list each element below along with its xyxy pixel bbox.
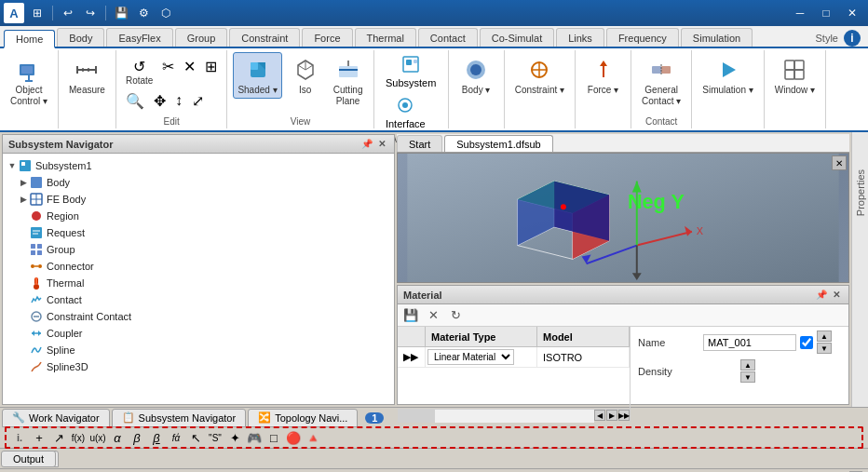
object-control-button[interactable]: ObjectControl ▾ (6, 52, 52, 110)
scroll-right-arrow[interactable]: ▶ (606, 410, 617, 421)
toolbar-beta2-button[interactable]: β (147, 429, 166, 446)
material-refresh-button[interactable]: ↻ (446, 306, 465, 325)
tree-item-coupler[interactable]: Coupler (5, 325, 392, 342)
density-up-arrow[interactable]: ▲ (740, 359, 755, 371)
tree-item-fe-body[interactable]: ▶ FE Body (5, 191, 392, 208)
toolbar-alpha-button[interactable]: α (108, 429, 127, 446)
toolbar-fx-button[interactable]: f(x) (69, 429, 88, 446)
toolbar-square-button[interactable]: □ (264, 429, 283, 446)
tab-home[interactable]: Home (4, 30, 55, 48)
undo-icon[interactable]: ↩ (59, 4, 77, 22)
name-input[interactable] (703, 334, 796, 351)
toolbar-s-button[interactable]: "S" (206, 429, 224, 446)
ribbon-group-assembly: Subsystem Interface Assembly (374, 50, 449, 128)
name-checkbox[interactable] (800, 336, 813, 349)
shaded-button[interactable]: Shaded ▾ (233, 52, 281, 99)
tree-item-constraint-contact[interactable]: Constraint Contact (5, 308, 392, 325)
subsystem-button[interactable]: Subsystem (383, 52, 439, 91)
navigator-close-icon[interactable]: ✕ (375, 138, 388, 151)
tab-cosimulat[interactable]: Co-Simulat (480, 28, 554, 47)
help-icon[interactable]: i (844, 30, 861, 47)
viewport-close-button[interactable]: ✕ (832, 155, 847, 170)
hex-icon[interactable]: ⬡ (156, 4, 175, 22)
constraint-button[interactable]: Constraint ▾ (510, 52, 569, 99)
bottom-tab-subsystem-navigator[interactable]: 📋 Subsystem Navigator (112, 409, 247, 427)
rotate-button[interactable]: ↺ Rotate (122, 56, 156, 88)
toolbar-ux-button[interactable]: u(x) (88, 429, 107, 446)
close-button[interactable]: ✕ (840, 3, 864, 23)
delete-button[interactable]: ✕ (180, 56, 199, 88)
bottom-tab-work-navigator[interactable]: 🔧 Work Navigator (2, 409, 110, 427)
force-button[interactable]: Force ▾ (583, 52, 623, 99)
iso-button[interactable]: Iso (286, 52, 325, 99)
material-delete-button[interactable]: ✕ (424, 306, 442, 325)
tree-item-request[interactable]: Request (5, 224, 392, 241)
toolbar-beta-button[interactable]: β (128, 429, 146, 446)
arrow-button[interactable]: ↕ (171, 90, 186, 112)
toolbar-triangle-button[interactable]: 🔺 (304, 429, 322, 446)
density-down-arrow[interactable]: ▼ (740, 371, 755, 383)
tab-force[interactable]: Force (302, 28, 352, 47)
move-button[interactable]: ✥ (150, 90, 170, 112)
toolbar-dot-button[interactable]: 🔴 (284, 429, 303, 446)
tree-item-region[interactable]: Region (5, 208, 392, 224)
tab-contact[interactable]: Contact (418, 28, 478, 47)
redo-icon[interactable]: ↪ (81, 4, 100, 22)
material-save-button[interactable]: 💾 (401, 306, 420, 325)
tree-item-subsystem1[interactable]: ▼ Subsystem1 (5, 157, 392, 174)
tree-item-thermal[interactable]: Thermal (5, 275, 392, 291)
tab-links[interactable]: Links (556, 28, 604, 47)
menu-icon[interactable]: ⊞ (28, 4, 47, 22)
material-type-select[interactable]: Linear Material (427, 349, 514, 365)
tree-item-contact[interactable]: Contact (5, 291, 392, 308)
settings-icon[interactable]: ⚙ (134, 4, 153, 22)
material-pin-icon[interactable]: 📌 (815, 289, 828, 302)
toolbar-info-button[interactable]: i. (10, 429, 29, 446)
scroll-right2-arrow[interactable]: ▶▶ (618, 410, 630, 421)
tab-simulation[interactable]: Simulation (681, 28, 753, 47)
material-type-cell[interactable]: Linear Material (426, 347, 537, 367)
viewport-3d[interactable]: Neg Y X ✕ (397, 153, 849, 283)
tree-item-group[interactable]: Group (5, 241, 392, 258)
copy-button[interactable]: ⊞ (201, 56, 221, 88)
maximize-button[interactable]: □ (814, 3, 838, 23)
resize-button[interactable]: ⤢ (188, 90, 208, 112)
toolbar-add-button[interactable]: + (30, 429, 48, 446)
bottom-tab-topology-navigator[interactable]: 🔀 Topology Navi... (248, 409, 358, 427)
tree-item-spline3d[interactable]: Spline3D (5, 358, 392, 375)
simulation-button[interactable]: Simulation ▾ (698, 52, 757, 99)
name-down-arrow[interactable]: ▼ (817, 343, 832, 354)
window-button[interactable]: Window ▾ (770, 52, 820, 99)
vtab-start[interactable]: Start (397, 135, 442, 152)
tab-constraint[interactable]: Constraint (229, 28, 300, 47)
tab-thermal[interactable]: Thermal (355, 28, 416, 47)
navigator-pin-icon[interactable]: 📌 (360, 138, 373, 151)
tab-frequency[interactable]: Frequency (606, 28, 679, 47)
measure-button[interactable]: Measure (64, 52, 110, 99)
cut-button[interactable]: ✂ (158, 56, 178, 88)
tree-item-body[interactable]: ▶ Body (5, 174, 392, 191)
save-icon[interactable]: 💾 (112, 4, 130, 22)
toolbar-fa-button[interactable]: fά (167, 429, 185, 446)
general-contact-button[interactable]: GeneralContact ▾ (637, 52, 685, 110)
properties-panel[interactable]: Properties (851, 132, 868, 407)
toolbar-arrow2-button[interactable]: ↖ (186, 429, 205, 446)
tab-group[interactable]: Group (175, 28, 228, 47)
cutting-plane-button[interactable]: CuttingPlane (329, 52, 368, 110)
name-up-arrow[interactable]: ▲ (817, 330, 832, 342)
scroll-left-arrow[interactable]: ◀ (594, 410, 605, 421)
tab-easyflex[interactable]: EasyFlex (106, 28, 172, 47)
minimize-button[interactable]: ─ (788, 3, 812, 23)
zoom-button[interactable]: 🔍 (122, 90, 148, 112)
body-button[interactable]: Body ▾ (456, 52, 495, 99)
output-button[interactable]: Output (1, 451, 56, 467)
tree-item-connector[interactable]: Connector (5, 258, 392, 275)
tab-body[interactable]: Body (57, 28, 104, 47)
interface-button[interactable]: Interface (383, 93, 428, 132)
material-close-icon[interactable]: ✕ (830, 289, 843, 302)
tree-item-spline[interactable]: Spline (5, 342, 392, 358)
toolbar-game-button[interactable]: 🎮 (245, 429, 264, 446)
vtab-subsystem1[interactable]: Subsystem1.dfsub (444, 135, 553, 152)
toolbar-star-button[interactable]: ✦ (225, 429, 244, 446)
toolbar-arrow-button[interactable]: ↗ (49, 429, 68, 446)
